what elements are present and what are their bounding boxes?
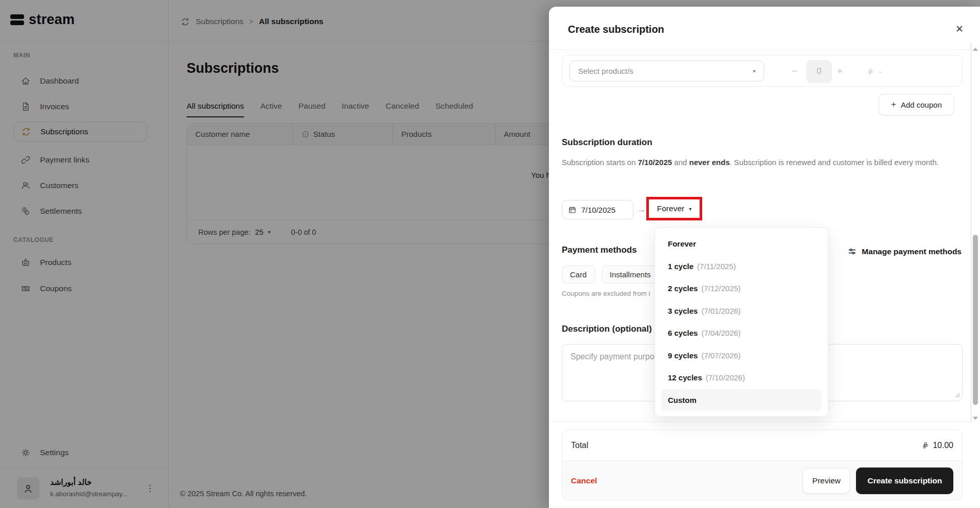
- manage-payment-methods-link[interactable]: Manage payment methods: [847, 247, 962, 256]
- payment-chip-card[interactable]: Card: [562, 266, 595, 283]
- total-label: Total: [571, 441, 588, 450]
- modal-actions: Cancel Preview Create subscription: [562, 461, 962, 500]
- dropdown-item-date: (7/12/2025): [701, 284, 741, 293]
- start-date-value: 7/10/2025: [581, 206, 616, 214]
- scrollbar-thumb[interactable]: [973, 235, 978, 405]
- quantity-decrease-button[interactable]: −: [791, 55, 797, 87]
- desc-never-ends: never ends: [689, 158, 730, 167]
- payment-chip-installments[interactable]: Installments: [602, 266, 659, 283]
- quantity-increase-button[interactable]: +: [837, 55, 843, 87]
- desc-text: and: [672, 158, 689, 167]
- sliders-icon: [847, 247, 857, 256]
- select-products-dropdown[interactable]: Select product/s ▾: [569, 60, 764, 82]
- product-row-card: Select product/s ▾ − 0 + -: [562, 55, 963, 87]
- dropdown-item-label: Forever: [668, 239, 696, 248]
- dropdown-item-label: 9 cycles: [668, 351, 698, 360]
- subscription-duration-heading: Subscription duration: [562, 137, 652, 148]
- add-coupon-label: Add coupon: [901, 100, 942, 109]
- dropdown-item-date: (7/10/2026): [706, 373, 745, 382]
- dropdown-item-label: 1 cycle: [668, 262, 693, 271]
- add-coupon-button[interactable]: + Add coupon: [879, 94, 954, 115]
- resize-handle-icon[interactable]: [955, 393, 960, 398]
- dropdown-item-label: 6 cycles: [668, 329, 698, 337]
- chevron-down-icon: ▾: [689, 206, 691, 212]
- preview-button[interactable]: Preview: [803, 468, 850, 494]
- dropdown-item-date: (7/07/2026): [701, 351, 741, 360]
- total-amount: 10.00: [922, 441, 953, 450]
- modal-header-divider: [549, 49, 980, 50]
- quantity-value-field[interactable]: 0: [806, 60, 832, 83]
- annotation-highlight-box: Forever ▾: [646, 197, 702, 220]
- price-placeholder: -: [867, 55, 882, 87]
- dropdown-item-9-cycles[interactable]: 9 cycles(7/07/2026): [661, 344, 822, 367]
- select-placeholder: Select product/s: [578, 67, 634, 75]
- riyal-currency-icon: [922, 441, 929, 449]
- create-subscription-modal: Create subscription ✕ Select product/s ▾…: [549, 7, 980, 508]
- dropdown-item-6-cycles[interactable]: 6 cycles(7/04/2026): [661, 322, 822, 344]
- desc-text: . Subscription is renewed and customer i…: [730, 158, 939, 167]
- dropdown-item-forever[interactable]: Forever: [661, 233, 822, 255]
- modal-scrollbar[interactable]: [971, 43, 979, 423]
- scroll-down-icon[interactable]: [973, 417, 978, 420]
- dropdown-item-1-cycle[interactable]: 1 cycle(7/11/2025): [661, 255, 822, 278]
- desc-text: Subscription starts on: [562, 158, 638, 167]
- desc-start-date: 7/10/2025: [638, 158, 672, 167]
- dropdown-item-2-cycles[interactable]: 2 cycles(7/12/2025): [661, 277, 822, 300]
- dropdown-item-label: 3 cycles: [668, 307, 698, 315]
- payment-methods-heading: Payment methods: [562, 245, 637, 255]
- dropdown-item-date: (7/04/2026): [701, 329, 741, 337]
- cancel-button[interactable]: Cancel: [571, 476, 597, 485]
- dropdown-item-label: Custom: [668, 396, 697, 404]
- manage-payment-methods-label: Manage payment methods: [862, 247, 962, 256]
- dropdown-item-label: 2 cycles: [668, 284, 698, 293]
- app-window: stream MAIN Dashboard Invoices Subscript…: [0, 0, 980, 508]
- scroll-up-icon[interactable]: [973, 48, 978, 51]
- description-heading: Description (optional): [562, 324, 652, 334]
- subscription-duration-description: Subscription starts on 7/10/2025 and nev…: [562, 156, 959, 169]
- duration-end-dropdown-button[interactable]: Forever ▾: [657, 204, 691, 213]
- total-amount-value: 10.00: [933, 441, 953, 450]
- plus-icon: +: [891, 99, 896, 110]
- total-row: Total 10.00: [562, 430, 962, 461]
- modal-title: Create subscription: [568, 24, 664, 35]
- close-icon[interactable]: ✕: [953, 22, 966, 35]
- calendar-icon: [568, 206, 577, 214]
- dropdown-item-date: (7/01/2026): [701, 307, 741, 315]
- duration-dropdown-menu: Forever 1 cycle(7/11/2025) 2 cycles(7/12…: [655, 227, 828, 417]
- price-placeholder-dash: -: [879, 67, 882, 76]
- duration-end-value: Forever: [657, 204, 684, 213]
- arrow-right-icon: →: [638, 200, 646, 219]
- dropdown-item-label: 12 cycles: [668, 373, 702, 382]
- coupons-note-text: Coupons are excluded from i: [562, 290, 650, 297]
- chevron-down-icon: ▾: [753, 68, 756, 74]
- riyal-currency-icon: [867, 68, 874, 75]
- create-subscription-button[interactable]: Create subscription: [856, 468, 953, 494]
- dropdown-item-12-cycles[interactable]: 12 cycles(7/10/2026): [661, 367, 822, 389]
- dropdown-item-custom[interactable]: Custom: [661, 389, 822, 412]
- summary-card: Total 10.00 Cancel Preview Create subscr…: [562, 430, 963, 500]
- modal-footer-divider: [549, 421, 971, 422]
- start-date-picker[interactable]: 7/10/2025: [562, 200, 634, 219]
- dropdown-item-3-cycles[interactable]: 3 cycles(7/01/2026): [661, 300, 822, 322]
- dropdown-item-date: (7/11/2025): [697, 262, 736, 271]
- payment-method-chips: Card Installments: [562, 266, 659, 283]
